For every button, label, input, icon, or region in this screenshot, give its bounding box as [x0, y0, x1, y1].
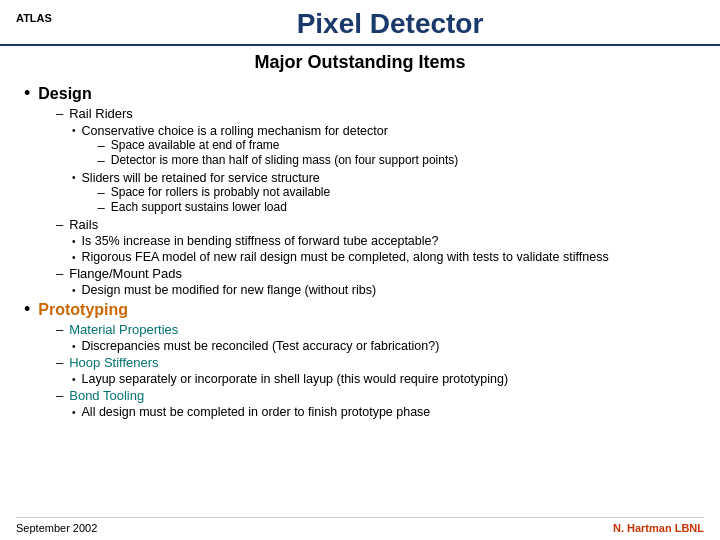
rails-items: • Is 35% increase in bending stiffness o…: [72, 234, 696, 264]
bullet-sm: •: [72, 285, 76, 296]
dash-hoop: –: [56, 355, 63, 370]
list-item: • Design must be modified for new flange…: [72, 283, 696, 297]
subtitle: Major Outstanding Items: [0, 46, 720, 77]
list-item: – Space available at end of frame: [98, 138, 459, 153]
prototyping-subsections: – Material Properties • Discrepancies mu…: [56, 322, 696, 419]
dash-rails: –: [56, 217, 63, 232]
dash: –: [98, 185, 105, 200]
subsection-flange: – Flange/Mount Pads: [56, 266, 696, 281]
hoop-label: Hoop Stiffeners: [69, 355, 158, 370]
list-item: – Detector is more than half of sliding …: [98, 153, 459, 168]
dash-flange: –: [56, 266, 63, 281]
content: • Design – Rail Riders • Conservative ch…: [0, 77, 720, 423]
dash: –: [98, 153, 105, 168]
hoop-items: • Layup separately or incorporate in she…: [72, 372, 696, 386]
footer-author: N. Hartman LBNL: [613, 522, 704, 534]
bullet-sm: •: [72, 341, 76, 352]
bullet-dot-design: •: [24, 83, 30, 104]
section-prototyping: • Prototyping: [24, 301, 696, 320]
main-title: Pixel Detector: [76, 8, 704, 44]
subsection-hoop: – Hoop Stiffeners: [56, 355, 696, 370]
list-item: • Layup separately or incorporate in she…: [72, 372, 696, 386]
rail-riders-subitems1: – Space available at end of frame – Dete…: [98, 138, 459, 168]
rail-riders-item1: Conservative choice is a rolling mechani…: [82, 123, 459, 168]
bullet-sm: •: [72, 125, 76, 136]
footer-date: September 2002: [16, 522, 97, 534]
section-design: • Design: [24, 85, 696, 104]
list-item: – Each support sustains lower load: [98, 200, 331, 215]
subsection-rails: – Rails: [56, 217, 696, 232]
rail-riders-label: Rail Riders: [69, 106, 133, 121]
prototyping-label: Prototyping: [38, 301, 128, 319]
subsection-material: – Material Properties: [56, 322, 696, 337]
list-item: • Rigorous FEA model of new rail design …: [72, 250, 696, 264]
subsection-rail-riders: – Rail Riders: [56, 106, 696, 121]
footer: September 2002 N. Hartman LBNL: [16, 517, 704, 534]
design-subsections: – Rail Riders • Conservative choice is a…: [56, 106, 696, 297]
atlas-logo: ATLAS: [16, 8, 76, 24]
rails-label: Rails: [69, 217, 98, 232]
list-item: • All design must be completed in order …: [72, 405, 696, 419]
bullet-sm: •: [72, 374, 76, 385]
rail-riders-item2: Sliders will be retained for service str…: [82, 170, 331, 215]
rail-riders-items: • Conservative choice is a rolling mecha…: [72, 123, 696, 215]
list-item: – Space for rollers is probably not avai…: [98, 185, 331, 200]
material-label: Material Properties: [69, 322, 178, 337]
list-item: • Is 35% increase in bending stiffness o…: [72, 234, 696, 248]
dash: –: [98, 138, 105, 153]
subsection-bond: – Bond Tooling: [56, 388, 696, 403]
bullet-sm: •: [72, 236, 76, 247]
dash: –: [98, 200, 105, 215]
bond-items: • All design must be completed in order …: [72, 405, 696, 419]
bullet-sm: •: [72, 407, 76, 418]
dash-material: –: [56, 322, 63, 337]
bullet-sm: •: [72, 172, 76, 183]
list-item: • Conservative choice is a rolling mecha…: [72, 123, 696, 168]
bullet-sm: •: [72, 252, 76, 263]
list-item: • Sliders will be retained for service s…: [72, 170, 696, 215]
bullet-dot-prototyping: •: [24, 299, 30, 320]
material-items: • Discrepancies must be reconciled (Test…: [72, 339, 696, 353]
flange-items: • Design must be modified for new flange…: [72, 283, 696, 297]
design-label: Design: [38, 85, 91, 103]
header: ATLAS Pixel Detector: [0, 0, 720, 46]
dash-bond: –: [56, 388, 63, 403]
bond-label: Bond Tooling: [69, 388, 144, 403]
rail-riders-subitems2: – Space for rollers is probably not avai…: [98, 185, 331, 215]
list-item: • Discrepancies must be reconciled (Test…: [72, 339, 696, 353]
page: ATLAS Pixel Detector Major Outstanding I…: [0, 0, 720, 540]
dash-rail-riders: –: [56, 106, 63, 121]
flange-label: Flange/Mount Pads: [69, 266, 182, 281]
